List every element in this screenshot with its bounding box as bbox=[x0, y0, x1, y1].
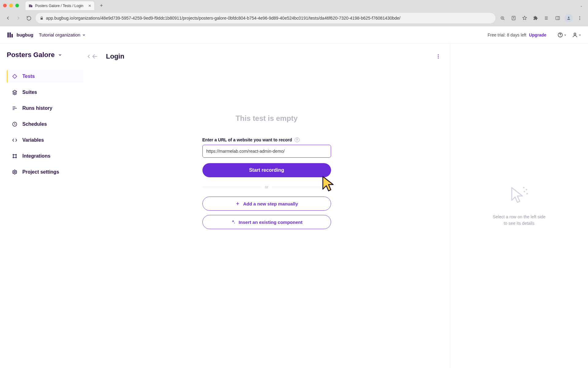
back-button[interactable] bbox=[4, 14, 12, 22]
svg-point-14 bbox=[560, 36, 561, 36]
project-switcher[interactable]: Posters Galore bbox=[7, 51, 83, 59]
tab-close-icon[interactable]: ✕ bbox=[88, 4, 91, 8]
svg-rect-5 bbox=[556, 17, 560, 20]
browser-menu-icon[interactable] bbox=[576, 14, 584, 22]
record-url-input[interactable] bbox=[202, 145, 331, 158]
svg-point-23 bbox=[438, 56, 439, 57]
gear-icon bbox=[11, 169, 18, 175]
app-root: bugbug Tutorial organization Free trial:… bbox=[0, 26, 588, 368]
bookmark-icon[interactable] bbox=[521, 14, 529, 22]
svg-point-18 bbox=[16, 154, 17, 155]
sidebar-item-label: Tests bbox=[22, 74, 35, 79]
lock-icon bbox=[40, 16, 43, 20]
tab-favicon bbox=[28, 4, 33, 8]
help-icon[interactable]: ? bbox=[295, 137, 300, 142]
diamond-icon bbox=[11, 74, 18, 79]
empty-state: This test is empty Enter a URL of a webs… bbox=[83, 62, 450, 368]
svg-point-6 bbox=[568, 17, 570, 18]
app-header: bugbug Tutorial organization Free trial:… bbox=[0, 26, 588, 44]
profile-avatar[interactable] bbox=[565, 14, 573, 22]
sidebar-item-label: Runs history bbox=[22, 105, 52, 111]
reload-button[interactable] bbox=[25, 14, 32, 22]
upgrade-link[interactable]: Upgrade bbox=[529, 33, 546, 37]
sidebar-item-label: Schedules bbox=[22, 121, 47, 127]
svg-rect-11 bbox=[9, 32, 11, 37]
close-window-icon[interactable] bbox=[3, 4, 7, 7]
extensions-icon[interactable] bbox=[532, 14, 540, 22]
brand-name: bugbug bbox=[17, 32, 33, 37]
maximize-window-icon[interactable] bbox=[15, 4, 19, 7]
insert-component-button[interactable]: Insert an existing component bbox=[202, 215, 331, 229]
new-tab-button[interactable]: + bbox=[97, 1, 106, 10]
browser-toolbar bbox=[0, 11, 588, 26]
zoom-icon[interactable] bbox=[499, 14, 507, 22]
svg-point-21 bbox=[14, 171, 16, 173]
svg-point-9 bbox=[579, 19, 580, 20]
svg-point-17 bbox=[13, 154, 14, 155]
forward-button[interactable] bbox=[15, 14, 22, 22]
sidebar-item-schedules[interactable]: Schedules bbox=[7, 118, 83, 131]
sidebar-item-variables[interactable]: Variables bbox=[7, 134, 83, 147]
sidebar-item-tests[interactable]: Tests bbox=[7, 70, 83, 83]
integrations-icon bbox=[11, 153, 18, 159]
tab-overflow-icon[interactable]: ⌄ bbox=[580, 4, 585, 7]
clock-icon bbox=[11, 121, 18, 127]
install-icon[interactable] bbox=[510, 14, 518, 22]
browser-chrome: Posters Galore / Tests / Login ✕ + ⌄ bbox=[0, 0, 588, 26]
sidebar-item-suites[interactable]: Suites bbox=[7, 86, 83, 99]
chevron-down-icon bbox=[82, 33, 86, 37]
svg-rect-10 bbox=[7, 32, 9, 37]
sidebar: Posters Galore Tests Suites bbox=[0, 44, 83, 368]
add-step-label: Add a new step manually bbox=[243, 201, 298, 206]
svg-point-24 bbox=[438, 58, 439, 59]
test-actions-menu[interactable] bbox=[434, 52, 443, 61]
svg-point-19 bbox=[13, 157, 14, 158]
svg-rect-2 bbox=[32, 5, 32, 7]
svg-point-22 bbox=[438, 54, 439, 55]
sparkle-icon bbox=[231, 220, 236, 224]
svg-rect-12 bbox=[11, 34, 13, 37]
detail-panel: Select a row on the left side to see its… bbox=[450, 44, 588, 368]
organization-name: Tutorial organization bbox=[39, 32, 80, 37]
svg-rect-0 bbox=[29, 4, 30, 7]
start-recording-button[interactable]: Start recording bbox=[202, 163, 331, 177]
browser-tab[interactable]: Posters Galore / Tests / Login ✕ bbox=[25, 1, 95, 10]
plus-icon bbox=[235, 201, 240, 206]
sidebar-item-label: Integrations bbox=[22, 153, 51, 159]
side-panel-icon[interactable] bbox=[554, 14, 562, 22]
window-controls[interactable] bbox=[3, 4, 19, 7]
sidebar-item-runs-history[interactable]: Runs history bbox=[7, 102, 83, 115]
insert-component-label: Insert an existing component bbox=[239, 220, 302, 225]
organization-switcher[interactable]: Tutorial organization bbox=[39, 32, 86, 37]
layers-icon bbox=[11, 90, 18, 95]
page-title: Login bbox=[106, 52, 124, 60]
svg-rect-27 bbox=[524, 191, 525, 192]
svg-rect-28 bbox=[526, 193, 528, 194]
add-step-button[interactable]: Add a new step manually bbox=[202, 197, 331, 211]
back-arrow-icon bbox=[89, 51, 100, 62]
url-input[interactable] bbox=[46, 16, 491, 21]
account-menu[interactable] bbox=[572, 30, 581, 40]
help-menu[interactable] bbox=[557, 30, 567, 40]
sidebar-item-label: Variables bbox=[22, 137, 44, 143]
code-icon bbox=[11, 137, 18, 143]
runs-icon bbox=[11, 105, 18, 111]
minimize-window-icon[interactable] bbox=[9, 4, 13, 7]
page-header: Login bbox=[83, 44, 450, 62]
address-bar[interactable] bbox=[36, 13, 496, 23]
brand-logo[interactable]: bugbug bbox=[7, 31, 33, 39]
tab-strip: Posters Galore / Tests / Login ✕ + ⌄ bbox=[0, 0, 588, 11]
cursor-illustration bbox=[319, 175, 337, 193]
detail-placeholder-text: Select a row on the left side to see its… bbox=[493, 214, 545, 227]
svg-point-7 bbox=[579, 16, 580, 17]
url-field-label: Enter a URL of a website you want to rec… bbox=[202, 137, 331, 142]
sidebar-item-integrations[interactable]: Integrations bbox=[7, 150, 83, 163]
svg-point-20 bbox=[16, 157, 17, 158]
chevron-down-icon bbox=[58, 53, 62, 57]
empty-state-title: This test is empty bbox=[236, 114, 298, 123]
sidebar-item-label: Suites bbox=[22, 90, 37, 95]
sidebar-item-project-settings[interactable]: Project settings bbox=[7, 166, 83, 178]
trial-status: Free trial: 8 days left Upgrade bbox=[488, 32, 546, 38]
svg-point-15 bbox=[574, 33, 576, 35]
reading-list-icon[interactable] bbox=[543, 14, 551, 22]
